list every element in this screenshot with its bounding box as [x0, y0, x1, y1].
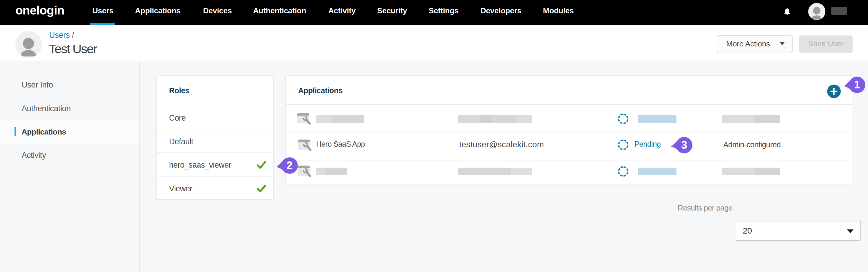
svg-text:3: 3	[681, 139, 687, 151]
svg-text:2: 2	[286, 159, 292, 171]
svg-text:1: 1	[854, 79, 860, 91]
